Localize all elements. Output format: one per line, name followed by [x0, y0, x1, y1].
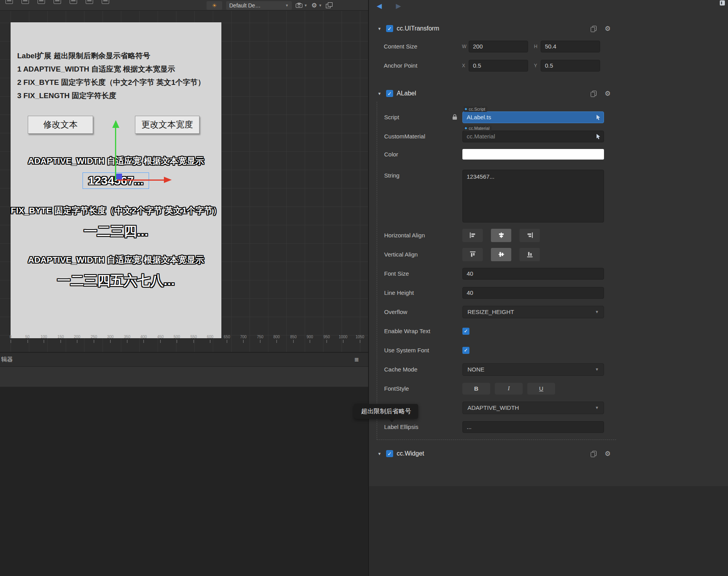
width-input[interactable]	[469, 41, 528, 52]
locate-asset-icon[interactable]	[595, 114, 601, 120]
toolbar-icon[interactable]	[5, 0, 13, 4]
toolbar-icon[interactable]	[22, 0, 29, 4]
system-font-checkbox[interactable]: ✓	[462, 347, 469, 354]
material-asset-field[interactable]: ◆ cc.Material cc.Material	[462, 131, 604, 142]
gizmo-settings-button[interactable]: ⚙ ▼	[311, 2, 322, 9]
label-ellipsis-label: Label Ellipsis	[377, 423, 462, 430]
toolbar-icon[interactable]	[70, 0, 77, 4]
component-gear-icon[interactable]: ⚙	[605, 90, 611, 97]
ellipsis-mode-dropdown[interactable]: ADAPTIVE_WIDTH ▼	[462, 402, 604, 414]
paste-component-icon[interactable]	[590, 450, 597, 457]
ruler-label: 200	[74, 335, 81, 339]
overflow-dropdown[interactable]: RESIZE_HEIGHT ▼	[462, 306, 604, 318]
scene-canvas[interactable]: Label扩展 超出限制后剩余显示省略符号 1 ADAPTIVE_WIDTH 自…	[0, 11, 368, 352]
panel-layout-icon[interactable]	[720, 0, 725, 5]
anchor-y-input[interactable]	[541, 60, 600, 72]
change-text-button[interactable]: 修改文本	[28, 116, 93, 134]
widget-header: ▼ ✓ cc.Widget ⚙	[369, 445, 616, 462]
gizmo-x-axis[interactable]	[117, 179, 164, 181]
ruler-label: 550	[191, 335, 197, 339]
fix-byte-heading[interactable]: FIX_BYTE 固定字节长度（中文2个字节 英文1个字节）	[11, 205, 221, 217]
component-title: ALabel	[397, 90, 416, 97]
align-left-button[interactable]	[462, 229, 483, 242]
align-left-icon	[469, 232, 476, 239]
horizontal-align-row: Horizontal Align	[377, 226, 616, 245]
gizmo-y-axis-arrow[interactable]	[112, 120, 119, 128]
string-label: String	[377, 172, 462, 179]
check-icon: ✓	[388, 91, 392, 97]
toolbar-icon[interactable]	[86, 0, 93, 4]
font-style-label: FontStyle	[377, 385, 462, 392]
line-height-input[interactable]	[462, 287, 604, 299]
align-top-button[interactable]	[462, 248, 483, 261]
label-ellipsis-input[interactable]	[462, 421, 604, 433]
component-gear-icon[interactable]: ⚙	[605, 450, 611, 457]
ruler-label: 650	[224, 335, 230, 339]
bold-button[interactable]: B	[462, 383, 490, 395]
gizmo-origin-handle[interactable]	[116, 174, 122, 179]
enable-wrap-checkbox[interactable]: ✓	[462, 328, 469, 335]
adaptive-width-label-2[interactable]: 一二三四五六七八...	[11, 272, 221, 290]
expander-icon[interactable]: ▼	[377, 27, 383, 31]
scene-view-region: ☀ Default De… ▼ ▼ ⚙ ▼ Label扩展 超出限制后剩余显示省…	[0, 0, 368, 576]
overflow-value: RESIZE_HEIGHT	[467, 309, 514, 315]
ellipsis-tooltip: 超出限制后省略号	[354, 404, 418, 419]
string-textarea[interactable]: 1234567...	[462, 170, 604, 223]
paste-component-icon[interactable]	[590, 25, 597, 32]
locate-asset-icon[interactable]	[595, 133, 601, 139]
color-swatch[interactable]	[462, 149, 604, 160]
change-width-button[interactable]: 更改文本宽度	[135, 116, 200, 134]
expander-icon[interactable]: ▼	[377, 452, 383, 456]
design-canvas: Label扩展 超出限制后剩余显示省略符号 1 ADAPTIVE_WIDTH 自…	[11, 22, 221, 338]
panel-menu-icon[interactable]: ≡	[354, 355, 359, 364]
check-icon: ✓	[464, 328, 468, 334]
bottom-panel-empty	[0, 387, 368, 576]
align-center-icon	[498, 232, 505, 239]
align-middle-button[interactable]	[491, 248, 511, 261]
align-right-button[interactable]	[519, 229, 540, 242]
component-gear-icon[interactable]: ⚙	[605, 25, 611, 32]
underline-button[interactable]: U	[527, 383, 555, 395]
lighting-toggle-button[interactable]: ☀	[207, 1, 222, 10]
toolbar-icon[interactable]	[54, 0, 61, 4]
alabel-enabled-checkbox[interactable]: ✓	[386, 90, 393, 97]
y-axis-label: Y	[534, 63, 541, 68]
sun-icon: ☀	[212, 2, 217, 9]
expander-icon[interactable]: ▼	[377, 92, 383, 96]
ruler-label: 800	[273, 335, 280, 339]
align-bottom-button[interactable]	[519, 248, 540, 261]
italic-button[interactable]: I	[495, 383, 523, 395]
line-height-row: Line Height	[377, 283, 616, 302]
adaptive-width-heading-2[interactable]: ADAPTIVE_WIDTH 自适应宽 根据文本宽显示	[11, 254, 221, 266]
font-style-row: FontStyle B I U	[377, 379, 616, 398]
gizmo-y-axis[interactable]	[115, 127, 116, 180]
cache-mode-dropdown[interactable]: NONE ▼	[462, 363, 604, 376]
height-input[interactable]	[541, 41, 600, 52]
nav-back-icon[interactable]: ◀	[377, 2, 382, 10]
toolbar-icon[interactable]	[102, 0, 109, 4]
uitransform-enabled-checkbox[interactable]: ✓	[386, 25, 393, 32]
nav-forward-icon[interactable]: ▶	[396, 2, 401, 10]
alabel-body: Script ◆ cc.Script ALabel.ts CustomMater…	[377, 102, 616, 440]
anchor-point-label: Anchor Point	[369, 62, 462, 69]
info-line: 3 FIX_LENGTH 固定字符长度	[17, 89, 205, 102]
editor-tab[interactable]: 辑器	[0, 356, 13, 363]
custom-material-row: CustomMaterial ◆ cc.Material cc.Material	[377, 124, 616, 143]
horizontal-align-label: Horizontal Align	[377, 232, 462, 239]
widget-enabled-checkbox[interactable]: ✓	[386, 450, 393, 457]
gizmo-x-axis-arrow[interactable]	[164, 177, 172, 183]
scene-camera-dropdown[interactable]: Default De… ▼	[226, 1, 292, 10]
gear-icon: ⚙	[311, 2, 317, 9]
paste-component-icon[interactable]	[590, 90, 597, 97]
fix-byte-label[interactable]: 一二三四...	[11, 223, 221, 240]
camera-settings-button[interactable]: ▼	[296, 3, 307, 8]
align-center-button[interactable]	[491, 229, 511, 242]
color-row: Color	[377, 143, 616, 165]
anchor-x-input[interactable]	[469, 60, 528, 72]
cache-mode-value: NONE	[467, 366, 484, 373]
align-bottom-icon	[527, 251, 533, 258]
toolbar-icon[interactable]	[38, 0, 45, 4]
layers-icon[interactable]	[326, 2, 333, 8]
font-size-input[interactable]	[462, 268, 604, 280]
script-asset-field[interactable]: ◆ cc.Script ALabel.ts	[462, 111, 604, 123]
